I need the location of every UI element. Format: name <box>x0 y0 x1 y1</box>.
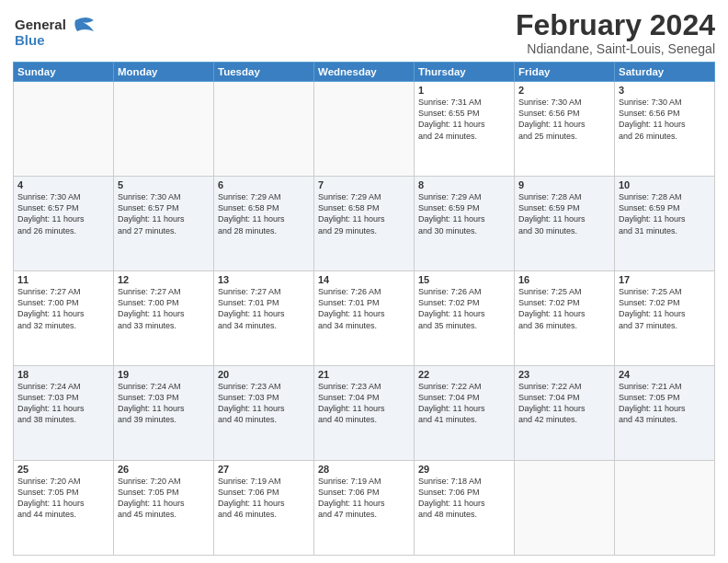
calendar-cell <box>114 82 214 177</box>
calendar-cell <box>515 461 615 556</box>
calendar-cell: 29Sunrise: 7:18 AM Sunset: 7:06 PM Dayli… <box>415 461 515 556</box>
calendar-week-row: 18Sunrise: 7:24 AM Sunset: 7:03 PM Dayli… <box>14 366 715 461</box>
day-number: 7 <box>318 179 410 190</box>
calendar-cell: 16Sunrise: 7:25 AM Sunset: 7:02 PM Dayli… <box>515 271 615 366</box>
calendar-cell: 28Sunrise: 7:19 AM Sunset: 7:06 PM Dayli… <box>314 461 415 556</box>
calendar-day-header: Wednesday <box>314 63 415 82</box>
calendar-cell <box>314 82 415 177</box>
day-number: 29 <box>418 464 510 475</box>
calendar-day-header: Tuesday <box>214 63 314 82</box>
day-info: Sunrise: 7:29 AM Sunset: 6:58 PM Dayligh… <box>318 191 410 236</box>
calendar-week-row: 11Sunrise: 7:27 AM Sunset: 7:00 PM Dayli… <box>14 271 715 366</box>
day-number: 10 <box>619 179 711 190</box>
calendar-cell: 7Sunrise: 7:29 AM Sunset: 6:58 PM Daylig… <box>314 177 415 271</box>
day-number: 25 <box>17 464 109 475</box>
calendar-week-row: 4Sunrise: 7:30 AM Sunset: 6:57 PM Daylig… <box>14 177 715 271</box>
calendar-cell: 22Sunrise: 7:22 AM Sunset: 7:04 PM Dayli… <box>415 366 515 461</box>
calendar-cell: 2Sunrise: 7:30 AM Sunset: 6:56 PM Daylig… <box>515 82 615 177</box>
day-number: 24 <box>619 369 711 380</box>
day-info: Sunrise: 7:26 AM Sunset: 7:01 PM Dayligh… <box>318 286 410 331</box>
calendar-cell: 15Sunrise: 7:26 AM Sunset: 7:02 PM Dayli… <box>415 271 515 366</box>
calendar-cell: 5Sunrise: 7:30 AM Sunset: 6:57 PM Daylig… <box>114 177 214 271</box>
day-number: 13 <box>218 274 310 285</box>
day-info: Sunrise: 7:24 AM Sunset: 7:03 PM Dayligh… <box>17 381 109 426</box>
calendar-cell: 4Sunrise: 7:30 AM Sunset: 6:57 PM Daylig… <box>14 177 114 271</box>
calendar-day-header: Thursday <box>415 63 515 82</box>
day-info: Sunrise: 7:30 AM Sunset: 6:57 PM Dayligh… <box>118 191 210 236</box>
day-info: Sunrise: 7:31 AM Sunset: 6:55 PM Dayligh… <box>418 97 510 142</box>
day-info: Sunrise: 7:30 AM Sunset: 6:57 PM Dayligh… <box>17 191 109 236</box>
page: General Blue February 2024 Ndiandane, Sa… <box>0 0 728 563</box>
day-number: 1 <box>418 85 510 96</box>
day-number: 4 <box>17 179 109 190</box>
day-number: 12 <box>118 274 210 285</box>
day-info: Sunrise: 7:30 AM Sunset: 6:56 PM Dayligh… <box>619 97 711 142</box>
calendar-cell: 26Sunrise: 7:20 AM Sunset: 7:05 PM Dayli… <box>114 461 214 556</box>
calendar-cell: 20Sunrise: 7:23 AM Sunset: 7:03 PM Dayli… <box>214 366 314 461</box>
day-number: 16 <box>518 274 610 285</box>
calendar-week-row: 1Sunrise: 7:31 AM Sunset: 6:55 PM Daylig… <box>14 82 715 177</box>
calendar-cell: 14Sunrise: 7:26 AM Sunset: 7:01 PM Dayli… <box>314 271 415 366</box>
day-info: Sunrise: 7:23 AM Sunset: 7:04 PM Dayligh… <box>318 381 410 426</box>
day-info: Sunrise: 7:22 AM Sunset: 7:04 PM Dayligh… <box>518 381 610 426</box>
day-info: Sunrise: 7:22 AM Sunset: 7:04 PM Dayligh… <box>418 381 510 426</box>
calendar-cell: 25Sunrise: 7:20 AM Sunset: 7:05 PM Dayli… <box>14 461 114 556</box>
calendar-cell <box>14 82 114 177</box>
day-number: 9 <box>518 179 610 190</box>
day-number: 18 <box>17 369 109 380</box>
calendar-cell: 17Sunrise: 7:25 AM Sunset: 7:02 PM Dayli… <box>615 271 715 366</box>
calendar-day-header: Friday <box>515 63 615 82</box>
day-info: Sunrise: 7:21 AM Sunset: 7:05 PM Dayligh… <box>619 381 711 426</box>
day-info: Sunrise: 7:20 AM Sunset: 7:05 PM Dayligh… <box>118 476 210 521</box>
day-info: Sunrise: 7:27 AM Sunset: 7:01 PM Dayligh… <box>218 286 310 331</box>
day-info: Sunrise: 7:24 AM Sunset: 7:03 PM Dayligh… <box>118 381 210 426</box>
day-number: 14 <box>318 274 410 285</box>
calendar-cell: 18Sunrise: 7:24 AM Sunset: 7:03 PM Dayli… <box>14 366 114 461</box>
calendar-cell: 8Sunrise: 7:29 AM Sunset: 6:59 PM Daylig… <box>415 177 515 271</box>
calendar-cell: 6Sunrise: 7:29 AM Sunset: 6:58 PM Daylig… <box>214 177 314 271</box>
day-info: Sunrise: 7:27 AM Sunset: 7:00 PM Dayligh… <box>17 286 109 331</box>
day-info: Sunrise: 7:29 AM Sunset: 6:59 PM Dayligh… <box>418 191 510 236</box>
calendar-cell: 3Sunrise: 7:30 AM Sunset: 6:56 PM Daylig… <box>615 82 715 177</box>
day-number: 26 <box>118 464 210 475</box>
day-info: Sunrise: 7:29 AM Sunset: 6:58 PM Dayligh… <box>218 191 310 236</box>
day-number: 3 <box>619 85 711 96</box>
day-number: 27 <box>218 464 310 475</box>
calendar-cell: 10Sunrise: 7:28 AM Sunset: 6:59 PM Dayli… <box>615 177 715 271</box>
calendar-cell: 27Sunrise: 7:19 AM Sunset: 7:06 PM Dayli… <box>214 461 314 556</box>
calendar-cell: 23Sunrise: 7:22 AM Sunset: 7:04 PM Dayli… <box>515 366 615 461</box>
day-number: 11 <box>17 274 109 285</box>
calendar-cell: 11Sunrise: 7:27 AM Sunset: 7:00 PM Dayli… <box>14 271 114 366</box>
calendar-cell: 19Sunrise: 7:24 AM Sunset: 7:03 PM Dayli… <box>114 366 214 461</box>
calendar-cell: 1Sunrise: 7:31 AM Sunset: 6:55 PM Daylig… <box>415 82 515 177</box>
day-number: 8 <box>418 179 510 190</box>
day-number: 20 <box>218 369 310 380</box>
day-number: 23 <box>518 369 610 380</box>
day-info: Sunrise: 7:23 AM Sunset: 7:03 PM Dayligh… <box>218 381 310 426</box>
title-block: February 2024 Ndiandane, Saint-Louis, Se… <box>516 9 715 56</box>
calendar-cell <box>615 461 715 556</box>
day-number: 28 <box>318 464 410 475</box>
calendar-cell: 13Sunrise: 7:27 AM Sunset: 7:01 PM Dayli… <box>214 271 314 366</box>
day-info: Sunrise: 7:25 AM Sunset: 7:02 PM Dayligh… <box>619 286 711 331</box>
day-info: Sunrise: 7:28 AM Sunset: 6:59 PM Dayligh… <box>518 191 610 236</box>
calendar-cell: 12Sunrise: 7:27 AM Sunset: 7:00 PM Dayli… <box>114 271 214 366</box>
calendar-cell <box>214 82 314 177</box>
day-number: 5 <box>118 179 210 190</box>
calendar-week-row: 25Sunrise: 7:20 AM Sunset: 7:05 PM Dayli… <box>14 461 715 556</box>
calendar-cell: 24Sunrise: 7:21 AM Sunset: 7:05 PM Dayli… <box>615 366 715 461</box>
day-info: Sunrise: 7:27 AM Sunset: 7:00 PM Dayligh… <box>118 286 210 331</box>
day-info: Sunrise: 7:26 AM Sunset: 7:02 PM Dayligh… <box>418 286 510 331</box>
day-info: Sunrise: 7:19 AM Sunset: 7:06 PM Dayligh… <box>318 476 410 521</box>
day-info: Sunrise: 7:18 AM Sunset: 7:06 PM Dayligh… <box>418 476 510 521</box>
logo: General Blue <box>13 13 96 52</box>
day-info: Sunrise: 7:20 AM Sunset: 7:05 PM Dayligh… <box>17 476 109 521</box>
day-number: 19 <box>118 369 210 380</box>
day-number: 2 <box>518 85 610 96</box>
day-info: Sunrise: 7:19 AM Sunset: 7:06 PM Dayligh… <box>218 476 310 521</box>
calendar-day-header: Monday <box>114 63 214 82</box>
day-info: Sunrise: 7:28 AM Sunset: 6:59 PM Dayligh… <box>619 191 711 236</box>
day-number: 22 <box>418 369 510 380</box>
calendar-table: SundayMondayTuesdayWednesdayThursdayFrid… <box>13 62 715 556</box>
location: Ndiandane, Saint-Louis, Senegal <box>516 41 715 56</box>
